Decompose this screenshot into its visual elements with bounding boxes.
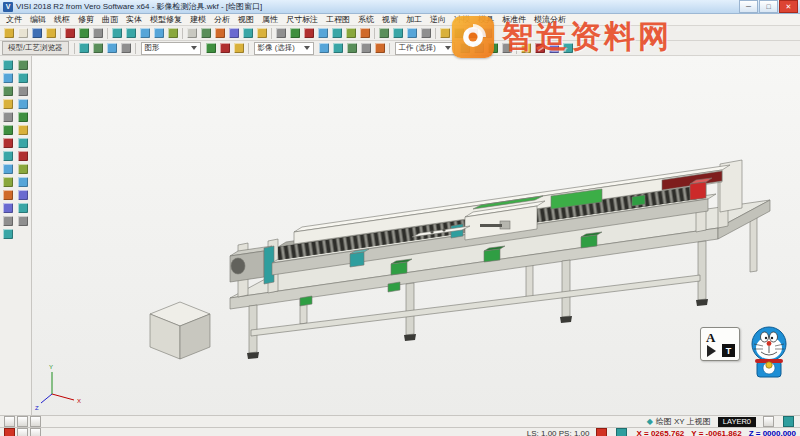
toolbar-icon[interactable] [358, 27, 372, 40]
toolbar-icon[interactable] [452, 27, 466, 40]
toolbar-icon[interactable] [377, 27, 391, 40]
menu-item[interactable]: 冲模 [450, 14, 474, 25]
toolbar-icon[interactable] [213, 27, 227, 40]
toolbar-icon[interactable] [1, 175, 15, 188]
toolbar-icon[interactable] [316, 27, 330, 40]
annotation-widget[interactable]: A T [700, 327, 740, 361]
toolbar-combo[interactable]: 工作 (选择) [395, 42, 455, 55]
selection-filter-icon[interactable] [17, 428, 28, 436]
browser-tab[interactable]: 模型/工艺浏览器 [2, 41, 69, 55]
menu-item[interactable]: 分析 [210, 14, 234, 25]
menu-item[interactable]: 模具 [474, 14, 498, 25]
toolbar-icon[interactable] [1, 71, 15, 84]
minimize-button[interactable]: ─ [739, 0, 758, 13]
toolbar-icon[interactable] [30, 27, 44, 40]
menu-item[interactable]: 视窗 [378, 14, 402, 25]
menu-item[interactable]: 模型修复 [146, 14, 186, 25]
toolbar-icon[interactable] [330, 27, 344, 40]
menu-item[interactable]: 工程图 [322, 14, 354, 25]
current-linetype-swatch[interactable] [616, 428, 627, 436]
toolbar-icon[interactable] [16, 136, 30, 149]
toolbar-icon[interactable] [1, 162, 15, 175]
grid-toggle-icon[interactable] [17, 416, 28, 427]
menu-item[interactable]: 文件 [2, 14, 26, 25]
toolbar-icon[interactable] [1, 110, 15, 123]
record-indicator-icon[interactable] [4, 428, 15, 436]
toolbar-icon[interactable] [232, 42, 246, 55]
toolbar-icon[interactable] [16, 123, 30, 136]
toolbar-icon[interactable] [561, 42, 575, 55]
toolbar-icon[interactable] [152, 27, 166, 40]
menu-item[interactable]: 属性 [258, 14, 282, 25]
toolbar-icon[interactable] [91, 42, 105, 55]
menu-item[interactable]: 加工 [402, 14, 426, 25]
toolbar-icon[interactable] [373, 42, 387, 55]
toolbar-icon[interactable] [124, 27, 138, 40]
toolbar-icon[interactable] [391, 27, 405, 40]
motor-assembly[interactable] [230, 246, 274, 284]
toolbar-icon[interactable] [419, 27, 433, 40]
toolbar-icon[interactable] [2, 27, 16, 40]
maximize-button[interactable]: □ [759, 0, 778, 13]
toolbar-icon[interactable] [1, 227, 15, 240]
toolbar-icon[interactable] [1, 136, 15, 149]
toolbar-icon[interactable] [317, 42, 331, 55]
toolbar-combo[interactable]: 图形 [141, 42, 201, 55]
menu-item[interactable]: 模流分析 [530, 14, 570, 25]
toolbar-icon[interactable] [486, 42, 500, 55]
toolbar-icon[interactable] [1, 58, 15, 71]
toolbar-icon[interactable] [438, 27, 452, 40]
toolbar-icon[interactable] [241, 27, 255, 40]
toolbar-icon[interactable] [472, 42, 486, 55]
toolbar-icon[interactable] [166, 27, 180, 40]
toolbar-icon[interactable] [77, 27, 91, 40]
toolbar-icon[interactable] [63, 27, 77, 40]
toolbar-icon[interactable] [199, 27, 213, 40]
toolbar-icon[interactable] [359, 42, 373, 55]
toolbar-icon[interactable] [331, 42, 345, 55]
cad-model-scene[interactable]: X Y Z [32, 56, 800, 415]
toolbar-icon[interactable] [16, 175, 30, 188]
layer-visibility-icon[interactable] [763, 416, 774, 427]
toolbar-icon[interactable] [119, 42, 133, 55]
toolbar-icon[interactable] [16, 110, 30, 123]
toolbar-icon[interactable] [16, 162, 30, 175]
toolbar-icon[interactable] [16, 97, 30, 110]
toolbar-icon[interactable] [1, 201, 15, 214]
close-button[interactable]: ✕ [779, 0, 798, 13]
toolbar-icon[interactable] [16, 27, 30, 40]
toolbar-icon[interactable] [16, 58, 30, 71]
toolbar-icon[interactable] [105, 42, 119, 55]
ortho-toggle-icon[interactable] [30, 416, 41, 427]
toolbar-icon[interactable] [1, 84, 15, 97]
menu-item[interactable]: 实体 [122, 14, 146, 25]
toolbar-icon[interactable] [16, 214, 30, 227]
toolbar-icon[interactable] [500, 42, 514, 55]
toolbar-icon[interactable] [547, 42, 561, 55]
toolbar-icon[interactable] [274, 27, 288, 40]
toolbar-icon[interactable] [345, 42, 359, 55]
toolbar-icon[interactable] [218, 42, 232, 55]
menu-item[interactable]: 修剪 [74, 14, 98, 25]
menu-item[interactable]: 系统 [354, 14, 378, 25]
toolbar-icon[interactable] [1, 214, 15, 227]
menu-item[interactable]: 视图 [234, 14, 258, 25]
reference-cube[interactable] [150, 302, 210, 359]
toolbar-icon[interactable] [480, 27, 494, 40]
toolbar-icon[interactable] [16, 71, 30, 84]
toolbar-icon[interactable] [227, 27, 241, 40]
menu-item[interactable]: 编辑 [26, 14, 50, 25]
toolbar-icon[interactable] [344, 27, 358, 40]
toolbar-icon[interactable] [1, 97, 15, 110]
toolbar-icon[interactable] [466, 27, 480, 40]
toolbar-icon[interactable] [1, 123, 15, 136]
layer-badge[interactable]: LAYER0 [718, 417, 756, 427]
toolbar-icon[interactable] [255, 27, 269, 40]
workplane-indicator[interactable]: ◆ 绘图 XY 上视图 [647, 416, 711, 427]
toolbar-icon[interactable] [77, 42, 91, 55]
toolbar-icon[interactable] [1, 149, 15, 162]
menu-item[interactable]: 尺寸标注 [282, 14, 322, 25]
toolbar-icon[interactable] [204, 42, 218, 55]
toolbar-icon[interactable] [288, 27, 302, 40]
current-color-swatch[interactable] [596, 428, 607, 436]
